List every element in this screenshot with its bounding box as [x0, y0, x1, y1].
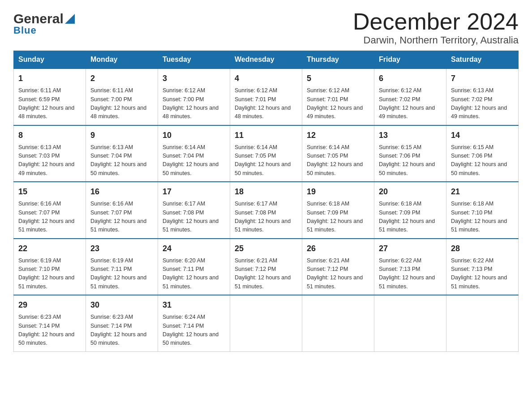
day-number: 29 — [18, 299, 81, 311]
day-number: 4 — [235, 73, 297, 85]
day-info: Sunrise: 6:17 AM Sunset: 7:08 PM Dayligh… — [163, 200, 225, 235]
day-info: Sunrise: 6:13 AM Sunset: 7:03 PM Dayligh… — [18, 143, 81, 178]
calendar-table: SundayMondayTuesdayWednesdayThursdayFrid… — [13, 51, 519, 352]
day-header-thursday: Thursday — [302, 51, 374, 69]
calendar-cell: 30 Sunrise: 6:23 AM Sunset: 7:14 PM Dayl… — [86, 295, 158, 351]
day-header-wednesday: Wednesday — [230, 51, 302, 69]
calendar-cell — [446, 295, 519, 351]
day-number: 9 — [90, 129, 153, 141]
day-info: Sunrise: 6:18 AM Sunset: 7:10 PM Dayligh… — [451, 200, 514, 235]
day-number: 6 — [379, 73, 442, 85]
day-info: Sunrise: 6:14 AM Sunset: 7:04 PM Dayligh… — [163, 143, 225, 178]
day-info: Sunrise: 6:13 AM Sunset: 7:02 PM Dayligh… — [451, 86, 514, 121]
day-number: 17 — [163, 186, 225, 198]
calendar-cell — [230, 295, 302, 351]
day-number: 19 — [307, 186, 369, 198]
day-number: 8 — [18, 129, 81, 141]
day-number: 10 — [163, 129, 225, 141]
day-info: Sunrise: 6:12 AM Sunset: 7:01 PM Dayligh… — [235, 86, 297, 121]
day-header-friday: Friday — [374, 51, 446, 69]
calendar-cell: 12 Sunrise: 6:14 AM Sunset: 7:05 PM Dayl… — [302, 125, 374, 182]
day-info: Sunrise: 6:13 AM Sunset: 7:04 PM Dayligh… — [90, 143, 153, 178]
calendar-cell: 3 Sunrise: 6:12 AM Sunset: 7:00 PM Dayli… — [158, 68, 230, 125]
day-info: Sunrise: 6:16 AM Sunset: 7:07 PM Dayligh… — [18, 200, 81, 235]
page-header: General Blue December 2024 Darwin, North… — [13, 9, 519, 46]
day-header-sunday: Sunday — [14, 51, 86, 69]
calendar-cell: 13 Sunrise: 6:15 AM Sunset: 7:06 PM Dayl… — [374, 125, 446, 182]
calendar-cell: 25 Sunrise: 6:21 AM Sunset: 7:12 PM Dayl… — [230, 239, 302, 295]
day-header-tuesday: Tuesday — [158, 51, 230, 69]
day-number: 26 — [307, 243, 369, 255]
day-number: 28 — [451, 243, 514, 255]
day-header-monday: Monday — [86, 51, 158, 69]
calendar-cell: 23 Sunrise: 6:19 AM Sunset: 7:11 PM Dayl… — [86, 239, 158, 295]
day-number: 1 — [18, 73, 81, 85]
day-info: Sunrise: 6:19 AM Sunset: 7:10 PM Dayligh… — [18, 257, 81, 291]
day-number: 30 — [90, 299, 153, 311]
day-number: 13 — [379, 129, 442, 141]
calendar-cell: 6 Sunrise: 6:12 AM Sunset: 7:02 PM Dayli… — [374, 68, 446, 125]
day-number: 31 — [163, 299, 225, 311]
day-number: 21 — [451, 186, 514, 198]
calendar-cell: 19 Sunrise: 6:18 AM Sunset: 7:09 PM Dayl… — [302, 182, 374, 239]
day-number: 27 — [379, 243, 442, 255]
day-number: 15 — [18, 186, 81, 198]
day-number: 3 — [163, 73, 225, 85]
day-info: Sunrise: 6:14 AM Sunset: 7:05 PM Dayligh… — [307, 143, 369, 178]
calendar-cell: 17 Sunrise: 6:17 AM Sunset: 7:08 PM Dayl… — [158, 182, 230, 239]
calendar-cell: 26 Sunrise: 6:21 AM Sunset: 7:12 PM Dayl… — [302, 239, 374, 295]
day-number: 25 — [235, 243, 297, 255]
day-number: 20 — [379, 186, 442, 198]
calendar-cell: 4 Sunrise: 6:12 AM Sunset: 7:01 PM Dayli… — [230, 68, 302, 125]
page-title: December 2024 — [353, 9, 519, 34]
calendar-cell — [374, 295, 446, 351]
day-info: Sunrise: 6:19 AM Sunset: 7:11 PM Dayligh… — [90, 257, 153, 291]
title-area: December 2024 Darwin, Northern Territory… — [353, 9, 519, 46]
day-number: 11 — [235, 129, 297, 141]
calendar-cell: 2 Sunrise: 6:11 AM Sunset: 7:00 PM Dayli… — [86, 68, 158, 125]
logo: General Blue — [13, 9, 75, 36]
page-subtitle: Darwin, Northern Territory, Australia — [353, 34, 519, 46]
day-info: Sunrise: 6:11 AM Sunset: 6:59 PM Dayligh… — [18, 86, 81, 121]
day-number: 18 — [235, 186, 297, 198]
day-info: Sunrise: 6:20 AM Sunset: 7:11 PM Dayligh… — [163, 257, 225, 291]
calendar-cell: 27 Sunrise: 6:22 AM Sunset: 7:13 PM Dayl… — [374, 239, 446, 295]
calendar-week-row: 8 Sunrise: 6:13 AM Sunset: 7:03 PM Dayli… — [14, 125, 519, 182]
calendar-cell: 9 Sunrise: 6:13 AM Sunset: 7:04 PM Dayli… — [86, 125, 158, 182]
day-info: Sunrise: 6:22 AM Sunset: 7:13 PM Dayligh… — [451, 257, 514, 291]
calendar-cell: 24 Sunrise: 6:20 AM Sunset: 7:11 PM Dayl… — [158, 239, 230, 295]
logo-arrow-icon — [65, 14, 75, 26]
svg-marker-0 — [65, 14, 75, 24]
day-number: 12 — [307, 129, 369, 141]
calendar-cell: 5 Sunrise: 6:12 AM Sunset: 7:01 PM Dayli… — [302, 68, 374, 125]
day-number: 24 — [163, 243, 225, 255]
calendar-week-row: 15 Sunrise: 6:16 AM Sunset: 7:07 PM Dayl… — [14, 182, 519, 239]
calendar-cell: 7 Sunrise: 6:13 AM Sunset: 7:02 PM Dayli… — [446, 68, 519, 125]
day-number: 22 — [18, 243, 81, 255]
day-header-saturday: Saturday — [446, 51, 519, 69]
day-info: Sunrise: 6:18 AM Sunset: 7:09 PM Dayligh… — [379, 200, 442, 235]
calendar-week-row: 29 Sunrise: 6:23 AM Sunset: 7:14 PM Dayl… — [14, 295, 519, 351]
day-info: Sunrise: 6:23 AM Sunset: 7:14 PM Dayligh… — [90, 313, 153, 348]
calendar-cell: 18 Sunrise: 6:17 AM Sunset: 7:08 PM Dayl… — [230, 182, 302, 239]
day-info: Sunrise: 6:22 AM Sunset: 7:13 PM Dayligh… — [379, 257, 442, 291]
day-info: Sunrise: 6:21 AM Sunset: 7:12 PM Dayligh… — [307, 257, 369, 291]
calendar-cell: 22 Sunrise: 6:19 AM Sunset: 7:10 PM Dayl… — [14, 239, 86, 295]
calendar-cell — [302, 295, 374, 351]
day-info: Sunrise: 6:15 AM Sunset: 7:06 PM Dayligh… — [379, 143, 442, 178]
calendar-cell: 21 Sunrise: 6:18 AM Sunset: 7:10 PM Dayl… — [446, 182, 519, 239]
calendar-cell: 29 Sunrise: 6:23 AM Sunset: 7:14 PM Dayl… — [14, 295, 86, 351]
calendar-cell: 28 Sunrise: 6:22 AM Sunset: 7:13 PM Dayl… — [446, 239, 519, 295]
calendar-cell: 15 Sunrise: 6:16 AM Sunset: 7:07 PM Dayl… — [14, 182, 86, 239]
logo-general-text: General — [13, 11, 64, 26]
calendar-cell: 11 Sunrise: 6:14 AM Sunset: 7:05 PM Dayl… — [230, 125, 302, 182]
calendar-cell: 20 Sunrise: 6:18 AM Sunset: 7:09 PM Dayl… — [374, 182, 446, 239]
day-number: 2 — [90, 73, 153, 85]
calendar-cell: 14 Sunrise: 6:15 AM Sunset: 7:06 PM Dayl… — [446, 125, 519, 182]
day-info: Sunrise: 6:16 AM Sunset: 7:07 PM Dayligh… — [90, 200, 153, 235]
day-info: Sunrise: 6:12 AM Sunset: 7:02 PM Dayligh… — [379, 86, 442, 121]
day-number: 23 — [90, 243, 153, 255]
calendar-week-row: 1 Sunrise: 6:11 AM Sunset: 6:59 PM Dayli… — [14, 68, 519, 125]
day-info: Sunrise: 6:14 AM Sunset: 7:05 PM Dayligh… — [235, 143, 297, 178]
logo-blue-text: Blue — [13, 25, 37, 36]
